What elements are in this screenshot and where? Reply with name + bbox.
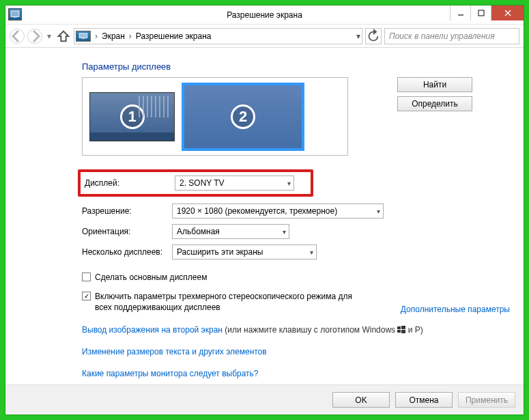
recent-dropdown[interactable]: ▾	[45, 31, 53, 41]
which-params-link[interactable]: Какие параметры монитора следует выбрать…	[82, 369, 259, 378]
svg-rect-3	[478, 10, 484, 16]
main-display-checkbox[interactable]	[82, 272, 91, 281]
svg-rect-8	[397, 326, 401, 329]
apply-button[interactable]: Применить	[458, 392, 515, 408]
resolution-select[interactable]: 1920 × 1080 (рекомендуется, трехмерное)▾	[172, 204, 384, 219]
svg-rect-6	[79, 33, 87, 38]
display-label: Дисплей:	[85, 178, 175, 188]
window-controls	[450, 5, 524, 20]
windows-logo-icon	[397, 325, 405, 333]
stereo-checkbox-label: Включить параметры трехмерного стереоско…	[95, 291, 368, 313]
second-screen-hint2: и P)	[408, 325, 423, 335]
stereo-checkbox[interactable]	[82, 292, 91, 300]
breadcrumb-part[interactable]: Экран	[102, 31, 125, 41]
monitor-1[interactable]: 1	[89, 92, 175, 141]
advanced-link[interactable]: Дополнительные параметры	[401, 305, 510, 314]
chevron-right-icon: ›	[129, 31, 132, 41]
minimize-button[interactable]	[450, 5, 470, 20]
svg-rect-10	[397, 330, 401, 333]
display-preview[interactable]: 1 2	[82, 77, 348, 156]
search-placeholder: Поиск в панели управления	[389, 31, 495, 41]
button-bar: OK Отмена Применить	[5, 384, 524, 415]
chevron-down-icon[interactable]: ▾	[356, 31, 360, 41]
ok-button[interactable]: OK	[332, 392, 390, 408]
back-button[interactable]	[10, 29, 25, 44]
window-frame: Разрешение экрана ▾ › Экран › Разрешение…	[5, 5, 524, 415]
maximize-button[interactable]	[470, 5, 491, 20]
main-content: Параметры дисплеев 1 2 Найти Определить …	[5, 48, 524, 384]
section-title: Параметры дисплеев	[82, 61, 510, 72]
window-title: Разрешение экрана	[227, 10, 302, 20]
up-button[interactable]	[56, 29, 71, 44]
svg-rect-1	[13, 17, 16, 18]
address-bar[interactable]: › Экран › Разрешение экрана ▾	[74, 28, 362, 44]
identify-button[interactable]: Определить	[397, 96, 472, 111]
nav-toolbar: ▾ › Экран › Разрешение экрана ▾ Поиск в …	[5, 25, 524, 48]
cancel-button[interactable]: Отмена	[395, 392, 453, 408]
multiple-label: Несколько дисплеев:	[82, 247, 172, 257]
display-row-highlighted: Дисплей: 2. SONY TV▾	[78, 169, 313, 197]
refresh-button[interactable]	[365, 28, 382, 44]
breadcrumb-part[interactable]: Разрешение экрана	[136, 31, 212, 41]
second-screen-link[interactable]: Вывод изображения на второй экран	[82, 325, 223, 335]
svg-rect-7	[82, 38, 85, 39]
close-button[interactable]	[491, 5, 524, 20]
svg-rect-9	[401, 326, 405, 329]
display-icon	[76, 31, 91, 42]
display-select[interactable]: 2. SONY TV▾	[175, 176, 294, 191]
forward-button[interactable]	[27, 29, 42, 44]
orientation-select[interactable]: Альбомная▾	[172, 224, 289, 239]
multiple-displays-select[interactable]: Расширить эти экраны▾	[172, 244, 317, 260]
app-icon	[8, 8, 22, 20]
second-screen-hint: (или нажмите клавишу с логотипом Windows	[225, 325, 397, 335]
svg-rect-11	[401, 330, 405, 333]
main-display-checkbox-label: Сделать основным дисплеем	[95, 272, 207, 283]
resolution-label: Разрешение:	[82, 206, 172, 216]
titlebar[interactable]: Разрешение экрана	[5, 5, 524, 25]
search-input[interactable]: Поиск в панели управления	[384, 28, 519, 44]
detect-button[interactable]: Найти	[397, 77, 472, 92]
chevron-right-icon: ›	[95, 31, 98, 41]
monitor-2-selected[interactable]: 2	[182, 83, 304, 151]
text-size-link[interactable]: Изменение размеров текста и других элеме…	[82, 347, 267, 356]
orientation-label: Ориентация:	[82, 227, 172, 236]
svg-rect-0	[11, 11, 19, 17]
